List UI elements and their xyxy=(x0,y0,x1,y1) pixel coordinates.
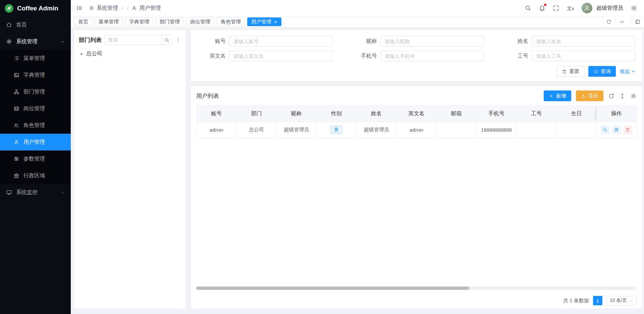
column-header-birthday: 生日 xyxy=(556,106,596,122)
content-fullscreen-icon[interactable] xyxy=(631,16,644,27)
en-name-input[interactable] xyxy=(229,51,333,61)
table-header-row: 账号 部门 昵称 性别 姓名 英文名 邮箱 手机号 工号 生日 操作 xyxy=(197,106,637,122)
gear-icon xyxy=(89,5,94,11)
more-options-icon[interactable] xyxy=(175,37,181,43)
tab-user-management[interactable]: 用户管理 xyxy=(247,17,281,26)
fullscreen-icon[interactable] xyxy=(553,5,559,11)
name-input[interactable] xyxy=(532,36,635,47)
delete-row-button[interactable] xyxy=(624,126,632,134)
tab-post-management[interactable]: 岗位管理 xyxy=(186,17,214,26)
search-icon xyxy=(593,69,598,74)
app-logo[interactable]: Coffee Admin xyxy=(0,0,71,16)
department-list-title: 部门列表 xyxy=(79,36,102,44)
phone-input[interactable] xyxy=(380,51,484,61)
field-label: 手机号 xyxy=(349,53,377,60)
sidebar-item-label: 岗位管理 xyxy=(23,105,45,112)
sidebar-item-admin-region[interactable]: 行政区域 xyxy=(0,167,71,184)
sidebar-item-dict-management[interactable]: 字典管理 xyxy=(0,67,71,83)
horizontal-scrollbar-track[interactable] xyxy=(196,287,637,290)
tabs-toolbar xyxy=(602,16,644,27)
tab-dept-management[interactable]: 部门管理 xyxy=(156,17,184,26)
user-avatar[interactable] xyxy=(582,3,592,13)
sidebar-item-menu-management[interactable]: 菜单管理 xyxy=(0,50,71,67)
department-search-input[interactable] xyxy=(105,35,161,45)
settings-gear-icon[interactable] xyxy=(631,5,637,11)
sidebar-item-post-management[interactable]: 岗位管理 xyxy=(0,100,71,117)
tab-label: 菜单管理 xyxy=(99,19,119,25)
gear-icon xyxy=(6,39,12,45)
tab-dict-management[interactable]: 字典管理 xyxy=(125,17,153,26)
trash-icon xyxy=(625,127,630,132)
field-account: 账号 xyxy=(198,36,333,47)
cell-email xyxy=(436,122,476,138)
field-en-name: 英文名 xyxy=(198,51,333,61)
sidebar-item-role-management[interactable]: 角色管理 xyxy=(0,117,71,134)
notification-bell[interactable] xyxy=(539,5,545,11)
sidebar-item-label: 参数管理 xyxy=(23,155,45,163)
field-label: 工号 xyxy=(500,53,528,60)
search-icon[interactable] xyxy=(525,5,531,11)
cell-birthday xyxy=(556,122,596,138)
search-form-actions: 重置 查询 收起 xyxy=(198,66,635,77)
page-1-button[interactable]: 1 xyxy=(593,296,602,305)
reset-button[interactable]: 重置 xyxy=(557,66,584,77)
tab-home[interactable]: 首页 xyxy=(74,17,92,26)
tab-close-icon[interactable] xyxy=(274,20,277,24)
tab-role-management[interactable]: 角色管理 xyxy=(217,17,245,26)
page-content: 部门列表 总公司 账号 xyxy=(71,27,644,314)
search-button[interactable]: 查询 xyxy=(588,66,616,77)
notification-dot xyxy=(544,4,546,6)
sidebar-item-user-management[interactable]: 用户管理 xyxy=(0,134,71,150)
column-settings-gear-icon[interactable] xyxy=(630,93,637,99)
sidebar-item-param-management[interactable]: 参数管理 xyxy=(0,150,71,167)
translate-icon[interactable]: 文A xyxy=(567,6,574,11)
edit-row-button[interactable] xyxy=(612,126,621,134)
download-icon xyxy=(581,93,586,99)
table-toolbar: 新增 导出 xyxy=(544,90,637,101)
tab-menu-management[interactable]: 菜单管理 xyxy=(95,17,123,26)
sidebar-item-system-monitor[interactable]: 系统监控 xyxy=(0,184,71,201)
work-no-input[interactable] xyxy=(532,51,635,61)
page-size-select[interactable]: 10 条/页 xyxy=(606,296,637,305)
field-phone: 手机号 xyxy=(349,51,484,61)
sidebar-submenu-system: 菜单管理 字典管理 部门管理 岗位管理 角色管理 xyxy=(0,50,71,184)
row-height-icon[interactable] xyxy=(619,93,626,99)
collapse-form-link[interactable]: 收起 xyxy=(620,68,635,75)
sidebar-item-dept-management[interactable]: 部门管理 xyxy=(0,83,71,100)
refresh-table-icon[interactable] xyxy=(608,93,614,99)
app-title: Coffee Admin xyxy=(17,5,58,12)
column-header-work-no: 工号 xyxy=(517,106,556,122)
edit-icon xyxy=(614,127,619,132)
sidebar-item-system-management[interactable]: 系统管理 xyxy=(0,33,71,50)
nickname-input[interactable] xyxy=(380,36,484,47)
monitor-icon xyxy=(6,189,12,195)
add-user-button[interactable]: 新增 xyxy=(544,90,571,101)
department-search-button[interactable] xyxy=(161,35,172,45)
field-work-no: 工号 xyxy=(500,51,635,61)
horizontal-scrollbar-thumb[interactable] xyxy=(196,287,469,290)
sidebar-item-label: 字典管理 xyxy=(23,72,45,79)
search-label: 查询 xyxy=(601,68,611,75)
current-user-name[interactable]: 超级管理员 xyxy=(596,5,623,12)
column-header-nickname: 昵称 xyxy=(276,106,316,122)
table-row[interactable]: admin 总公司 超级管理员 男 超级管理员 admin 1888888888… xyxy=(197,122,637,138)
sidebar-item-home[interactable]: 首页 xyxy=(0,16,71,33)
refresh-tab-icon[interactable] xyxy=(602,16,615,27)
department-panel-header: 部门列表 xyxy=(79,35,181,45)
account-input[interactable] xyxy=(229,36,333,47)
breadcrumb-section[interactable]: 系统管理 xyxy=(97,5,118,12)
reset-label: 重置 xyxy=(569,68,579,75)
tabs-more-chevron-icon[interactable] xyxy=(615,16,628,27)
table-footer: 共 1 条数据 1 10 条/页 xyxy=(196,293,637,309)
breadcrumb-page: 用户管理 xyxy=(139,5,161,12)
tree-node-head-office[interactable]: 总公司 xyxy=(79,50,181,57)
topbar-actions: 文A 超级管理员 xyxy=(525,3,637,13)
chevron-down-icon[interactable] xyxy=(120,6,124,10)
collapse-sidebar-icon[interactable] xyxy=(76,5,83,11)
plus-icon xyxy=(549,93,554,99)
sidebar: Coffee Admin 首页 系统管理 菜单管理 字典管理 xyxy=(0,0,71,314)
cell-work-no xyxy=(517,122,556,138)
export-button[interactable]: 导出 xyxy=(576,90,603,101)
caret-right-icon[interactable] xyxy=(79,52,84,56)
view-row-button[interactable] xyxy=(601,126,609,134)
